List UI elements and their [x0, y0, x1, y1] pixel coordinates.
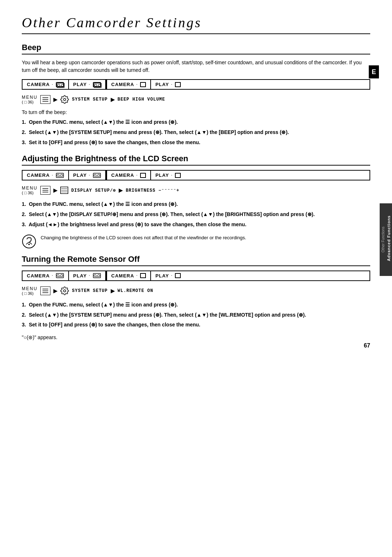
svg-point-26	[23, 235, 36, 248]
brightness-badge-play-tape: PLAY ·	[69, 171, 106, 180]
remote-gear-icon	[60, 286, 69, 295]
beep-steps: 1. Open the FUNC. menu, select (▲▼) the …	[22, 118, 370, 147]
beep-turn-off-label: To turn off the beep:	[22, 109, 370, 115]
brightness-menu-row: MENU ( □ 36) ▶ DISPLAY SETUP/⊕ ▶ BRIGHTN…	[22, 186, 370, 195]
svg-point-30	[61, 275, 63, 277]
beep-badge-camera-card: CAMERA ·	[107, 80, 151, 89]
svg-rect-28	[56, 273, 64, 278]
remote-footnote: "○(⊛)" appears.	[22, 334, 370, 340]
brightness-step-1: 1. Open the FUNC. menu, select (▲▼) the …	[22, 200, 370, 209]
beep-badge-camera-tape: CAMERA ·	[23, 80, 69, 89]
beep-badge-play-card: PLAY ·	[151, 80, 185, 89]
beep-play-label-2: PLAY	[155, 82, 169, 87]
brightness-tape-icon-1	[56, 173, 64, 178]
brightness-note-box: Changing the brightness of the LCD scree…	[22, 234, 370, 249]
beep-gear-icon	[60, 95, 69, 104]
brightness-menu-label: MENU ( □ 36)	[22, 186, 37, 195]
svg-point-5	[95, 84, 97, 86]
e-tab: E	[369, 65, 379, 78]
remote-step-2: 2. Select (▲▼) the [SYSTEM SETUP] menu a…	[22, 311, 370, 320]
brightness-badge-camera-card: CAMERA ·	[107, 171, 151, 180]
brightness-badge-camera-tape: CAMERA ·	[23, 171, 69, 180]
brightness-menu-step1: DISPLAY SETUP/⊕	[71, 188, 116, 193]
brightness-step-3: 3. Adjust (◄►) the brightness level and …	[22, 220, 370, 229]
svg-point-33	[94, 275, 96, 277]
svg-point-2	[61, 84, 64, 86]
svg-point-27	[28, 244, 30, 245]
beep-badge-play-tape: PLAY ·	[69, 80, 106, 89]
brightness-badge-play-card: PLAY ·	[151, 171, 185, 180]
brightness-card-icon-2	[175, 173, 181, 178]
remote-tape-icon-1	[56, 273, 64, 278]
svg-rect-15	[93, 173, 101, 178]
svg-rect-4	[94, 83, 101, 88]
beep-heading: Beep	[22, 43, 370, 54]
brightness-menu-func-icon	[40, 186, 50, 195]
tape-icon-1	[56, 82, 64, 87]
brightness-tape-icon-2	[93, 173, 101, 178]
brightness-steps: 1. Open the FUNC. menu, select (▲▼) the …	[22, 200, 370, 229]
beep-menu-row: MENU ( □ 36) ▶ SYSTEM SETUP ▶ BEEP HIGH …	[22, 95, 370, 104]
beep-menu-label: MENU ( □ 36)	[22, 95, 37, 104]
card-icon-2	[175, 82, 181, 87]
svg-point-16	[94, 174, 96, 176]
beep-play-label-1: PLAY	[73, 82, 87, 87]
remote-step-3: 3. Set it to [OFF] and press (⊛) to save…	[22, 321, 370, 329]
beep-menu-func-icon	[40, 95, 50, 104]
beep-camera-label: CAMERA	[27, 82, 50, 87]
svg-point-13	[61, 174, 63, 176]
svg-rect-11	[56, 173, 64, 178]
brightness-heading: Adjusting the Brightness of the LCD Scre…	[22, 154, 370, 166]
remote-badge-camera-tape: CAMERA ·	[23, 271, 69, 280]
brightness-step-2: 2. Select (▲▼) the [DISPLAY SETUP/⊕] men…	[22, 210, 370, 219]
svg-point-6	[98, 84, 101, 86]
brightness-menu-step2: BRIGHTNESS −⁻⁻⁻⁻⁻+	[126, 188, 179, 193]
tape-icon-2	[93, 82, 101, 87]
svg-point-34	[98, 275, 100, 277]
svg-rect-32	[93, 273, 101, 278]
beep-intro: You will hear a beep upon camcorder oper…	[22, 59, 370, 74]
remote-mode-badges: CAMERA · PLAY · CAMERA · PLAY ·	[22, 271, 370, 281]
remote-menu-step1: SYSTEM SETUP	[72, 288, 107, 293]
remote-tape-icon-2	[93, 273, 101, 278]
svg-rect-0	[57, 83, 64, 88]
remote-steps: 1. Open the FUNC. menu, select (▲▼) the …	[22, 301, 370, 329]
page-title: Other Camcorder Settings	[22, 15, 370, 34]
remote-heading: Turning the Remote Sensor Off	[22, 255, 370, 266]
beep-step-1: 1. Open the FUNC. menu, select (▲▼) the …	[22, 118, 370, 127]
svg-point-29	[57, 275, 59, 277]
remote-card-icon-2	[175, 273, 181, 278]
brightness-card-icon-1	[140, 173, 146, 178]
remote-badge-play-tape: PLAY ·	[69, 271, 106, 280]
beep-mode-badges: CAMERA · PLAY · CAMERA · PLAY ·	[22, 79, 370, 90]
remote-badge-camera-card: CAMERA ·	[107, 271, 151, 280]
sidebar-main-label: Advanced Functions	[387, 215, 391, 261]
page-container: Other Camcorder Settings E Beep You will…	[0, 0, 392, 358]
beep-menu-step2: BEEP HIGH VOLUME	[118, 97, 165, 102]
remote-menu-row: MENU ( □ 36) ▶ SYSTEM SETUP ▶ WL.REMOTE …	[22, 286, 370, 296]
beep-step-2: 2. Select (▲▼) the [SYSTEM SETUP] menu a…	[22, 128, 370, 137]
beep-step-3: 3. Set it to [OFF] and press (⊛) to save…	[22, 138, 370, 147]
remote-badge-play-card: PLAY ·	[151, 271, 185, 280]
sidebar-sub-label: Other Functions	[381, 227, 385, 252]
svg-point-12	[57, 174, 59, 176]
right-sidebar: Advanced Functions Other Functions	[380, 203, 392, 276]
remote-menu-label: MENU ( □ 36)	[22, 286, 37, 296]
beep-arrow-2: ▶	[111, 97, 115, 102]
remote-menu-func-icon	[40, 286, 50, 295]
remote-step-1: 1. Open the FUNC. menu, select (▲▼) the …	[22, 301, 370, 309]
brightness-note-text: Changing the brightness of the LCD scree…	[41, 234, 246, 241]
card-icon-1	[140, 82, 146, 87]
beep-arrow-1: ▶	[53, 97, 57, 102]
page-number: 67	[364, 342, 370, 349]
note-icon	[22, 234, 36, 249]
remote-menu-step2: WL.REMOTE ON	[118, 288, 153, 293]
svg-point-1	[58, 84, 60, 86]
svg-point-17	[98, 174, 100, 176]
beep-camera-label-2: CAMERA	[111, 82, 134, 87]
brightness-display-icon	[60, 187, 68, 194]
beep-menu-step1: SYSTEM SETUP	[72, 97, 107, 102]
brightness-mode-badges: CAMERA · PLAY · CAMERA · PLAY ·	[22, 170, 370, 180]
remote-card-icon-1	[140, 273, 146, 278]
